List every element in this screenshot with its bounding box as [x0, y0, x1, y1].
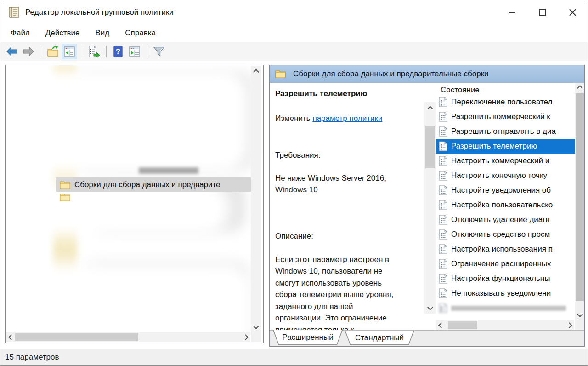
policy-doc-icon [439, 126, 447, 137]
list-vertical-scrollbar[interactable] [575, 83, 584, 330]
scroll-left-icon[interactable] [6, 332, 16, 342]
edit-prefix: Изменить [275, 114, 311, 123]
policy-list-item[interactable]: Настроить коммерческий и [436, 154, 575, 168]
view-tab[interactable]: Стандартный [345, 331, 414, 345]
details-header-title: Сборки для сбора данных и предварительны… [293, 69, 489, 79]
policy-doc-icon [439, 97, 447, 107]
status-text: 15 параметров [5, 353, 59, 362]
scrollbar-thumb[interactable] [576, 93, 584, 301]
filter-button[interactable] [151, 44, 167, 59]
policy-list-item[interactable]: Разрешить отправлять в диа [436, 124, 575, 139]
list-horizontal-scrollbar[interactable] [436, 320, 574, 330]
scrollbar-thumb[interactable] [15, 333, 138, 341]
policy-doc-icon [439, 244, 447, 254]
policy-label: Отключить средство просм [451, 230, 550, 239]
maximize-button[interactable] [527, 0, 557, 24]
policy-label: Переключение пользовател [451, 97, 552, 107]
policy-list-item[interactable]: Переключение пользовател [436, 95, 575, 109]
window-title: Редактор локальной групповой политики [25, 8, 174, 17]
settings-list: Состояние Переключен [436, 83, 575, 330]
export-list-button[interactable] [86, 44, 102, 59]
description-scrollbar[interactable] [424, 102, 436, 314]
policy-list-item[interactable]: Настройка пользовательско [436, 198, 575, 212]
scroll-down-icon[interactable] [424, 302, 436, 313]
menu-item[interactable]: Файл [11, 29, 30, 38]
show-console-tree-button[interactable] [62, 44, 77, 59]
maximize-icon [539, 9, 546, 16]
toolbar-separator [147, 46, 147, 57]
policy-list-item[interactable]: Настройте уведомления об [436, 183, 575, 198]
policy-list-item[interactable]: Не показывать уведомлени [436, 286, 575, 301]
help-button[interactable]: ? [110, 44, 126, 59]
toolbar-separator [41, 46, 41, 57]
tree-vertical-scrollbar[interactable] [251, 66, 261, 332]
show-action-pane-button[interactable] [127, 44, 142, 59]
scroll-right-icon[interactable] [240, 332, 250, 342]
policy-list-item[interactable]: Настройка использования п [436, 242, 575, 257]
title-bar: Редактор локальной групповой политики [0, 0, 588, 24]
policy-list-item[interactable]: Отключить удаление диагн [436, 212, 575, 227]
scroll-right-icon[interactable] [564, 320, 574, 330]
policy-label: Ограничение расширенных [451, 259, 551, 269]
policy-list-item[interactable] [436, 301, 575, 315]
description-text: Если этот параметр настроен в Windows 10… [275, 254, 416, 331]
up-one-level-button[interactable] [45, 44, 61, 59]
policy-label: Настройте уведомления об [451, 186, 551, 195]
details-pane: Сборки для сбора данных и предварительны… [269, 65, 585, 347]
scroll-left-icon[interactable] [436, 320, 446, 330]
policy-list-item[interactable]: Ограничение расширенных [436, 257, 575, 271]
folder-up-icon [47, 46, 59, 57]
policy-list-item[interactable]: Настройка функциональны [436, 271, 575, 286]
close-button[interactable] [557, 0, 588, 24]
policy-doc-icon [439, 303, 447, 313]
policy-doc-icon [439, 141, 447, 151]
scrollbar-thumb[interactable] [448, 321, 477, 329]
scroll-down-icon[interactable] [575, 309, 584, 319]
tree-item-selected[interactable]: Сборки для сбора данных и предварите [56, 177, 253, 192]
policy-doc-icon [439, 171, 447, 181]
policy-label: Разрешить отправлять в диа [451, 127, 556, 136]
details-header-band: Сборки для сбора данных и предварительны… [270, 65, 584, 83]
scroll-up-icon[interactable] [575, 83, 584, 93]
toolbar-separator [106, 46, 107, 57]
view-tabs: Расширенный Стандартный [270, 330, 584, 346]
back-icon [6, 46, 18, 57]
toolbar: ? [0, 42, 588, 61]
policy-label: Разрешить коммерческий к [451, 112, 550, 121]
window-controls [497, 0, 588, 24]
help-icon: ? [112, 46, 124, 57]
edit-policy-line: Изменить параметр политики [275, 114, 416, 123]
close-icon [569, 9, 577, 17]
policy-list-item[interactable]: Настроить конечную точку [436, 168, 575, 183]
status-bar: 15 параметров [0, 349, 588, 365]
policy-label: Настроить конечную точку [451, 171, 547, 180]
column-header-state[interactable]: Состояние [436, 83, 575, 95]
view-tab[interactable]: Расширенный [273, 330, 343, 345]
policy-doc-icon [439, 200, 447, 210]
policy-list-item[interactable]: Разрешить коммерческий к [436, 109, 575, 124]
menu-item[interactable]: Действие [45, 29, 80, 38]
policy-doc-icon [439, 288, 447, 298]
policy-list-item[interactable]: Отключить средство просм [436, 227, 575, 242]
edit-policy-link[interactable]: параметр политики [312, 114, 382, 123]
policy-doc-icon [439, 215, 447, 225]
policy-list-item[interactable]: Разрешить телеметрию [436, 139, 575, 154]
tree-horizontal-scrollbar[interactable] [6, 332, 250, 342]
folder-icon [275, 70, 286, 78]
forward-button[interactable] [21, 44, 36, 59]
forward-icon [23, 46, 34, 57]
back-button[interactable] [4, 44, 20, 59]
scroll-down-icon[interactable] [251, 321, 261, 331]
menu-item[interactable]: Вид [96, 29, 110, 38]
minimize-button[interactable] [497, 0, 527, 24]
scrollbar-thumb[interactable] [425, 126, 435, 168]
menu-item[interactable]: Справка [125, 29, 156, 38]
export-list-icon [88, 46, 100, 57]
scroll-up-icon[interactable] [251, 67, 261, 77]
policy-label: Настройка функциональны [451, 274, 550, 283]
toolbar-separator [82, 46, 82, 57]
policy-label: Не показывать уведомлени [451, 289, 551, 298]
scroll-up-icon[interactable] [424, 103, 436, 114]
console-tree-pane: Сборки для сбора данных и предварите [5, 65, 264, 343]
policy-title: Разрешить телеметрию [275, 89, 416, 98]
